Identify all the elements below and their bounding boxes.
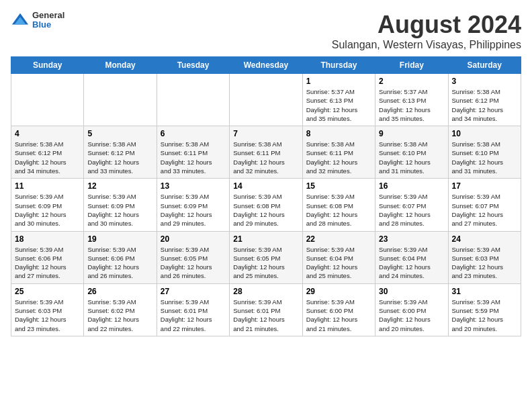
day-info: Sunrise: 5:39 AM Sunset: 6:07 PM Dayligh… bbox=[452, 192, 517, 228]
calendar-cell: 12Sunrise: 5:39 AM Sunset: 6:09 PM Dayli… bbox=[84, 179, 157, 231]
subtitle: Sulangan, Western Visayas, Philippines bbox=[332, 39, 521, 51]
calendar-cell: 20Sunrise: 5:39 AM Sunset: 6:05 PM Dayli… bbox=[157, 231, 229, 283]
day-info: Sunrise: 5:39 AM Sunset: 6:06 PM Dayligh… bbox=[15, 245, 80, 281]
day-number: 29 bbox=[306, 287, 371, 296]
header: General Blue August 2024 Sulangan, Weste… bbox=[11, 11, 521, 51]
calendar-cell: 17Sunrise: 5:39 AM Sunset: 6:07 PM Dayli… bbox=[448, 179, 521, 231]
calendar-cell: 22Sunrise: 5:39 AM Sunset: 6:04 PM Dayli… bbox=[302, 231, 375, 283]
day-info: Sunrise: 5:39 AM Sunset: 6:06 PM Dayligh… bbox=[87, 245, 152, 281]
day-info: Sunrise: 5:39 AM Sunset: 6:00 PM Dayligh… bbox=[306, 298, 371, 333]
day-info: Sunrise: 5:38 AM Sunset: 6:11 PM Dayligh… bbox=[306, 140, 371, 175]
calendar-cell bbox=[84, 74, 157, 126]
day-info: Sunrise: 5:39 AM Sunset: 6:04 PM Dayligh… bbox=[379, 245, 444, 281]
calendar-cell: 15Sunrise: 5:39 AM Sunset: 6:08 PM Dayli… bbox=[302, 179, 375, 231]
day-number: 23 bbox=[379, 234, 444, 244]
calendar-week-2: 4Sunrise: 5:38 AM Sunset: 6:12 PM Daylig… bbox=[11, 126, 521, 179]
day-info: Sunrise: 5:37 AM Sunset: 6:13 PM Dayligh… bbox=[379, 87, 444, 123]
day-info: Sunrise: 5:39 AM Sunset: 6:03 PM Dayligh… bbox=[15, 298, 80, 333]
day-number: 21 bbox=[233, 234, 298, 244]
calendar-cell: 10Sunrise: 5:38 AM Sunset: 6:10 PM Dayli… bbox=[448, 126, 521, 179]
day-number: 20 bbox=[161, 234, 226, 244]
calendar-table: SundayMondayTuesdayWednesdayThursdayFrid… bbox=[11, 56, 521, 336]
day-number: 3 bbox=[452, 77, 517, 86]
calendar-cell: 27Sunrise: 5:39 AM Sunset: 6:01 PM Dayli… bbox=[157, 283, 229, 336]
calendar-cell bbox=[157, 74, 229, 126]
calendar-cell: 31Sunrise: 5:39 AM Sunset: 5:59 PM Dayli… bbox=[448, 283, 521, 336]
day-info: Sunrise: 5:38 AM Sunset: 6:11 PM Dayligh… bbox=[161, 140, 226, 175]
calendar-cell bbox=[230, 74, 302, 126]
calendar-cell: 3Sunrise: 5:38 AM Sunset: 6:12 PM Daylig… bbox=[448, 74, 521, 126]
day-info: Sunrise: 5:38 AM Sunset: 6:11 PM Dayligh… bbox=[233, 140, 298, 175]
calendar-cell: 18Sunrise: 5:39 AM Sunset: 6:06 PM Dayli… bbox=[11, 231, 84, 283]
day-info: Sunrise: 5:38 AM Sunset: 6:12 PM Dayligh… bbox=[452, 87, 517, 123]
day-info: Sunrise: 5:39 AM Sunset: 6:05 PM Dayligh… bbox=[161, 245, 226, 281]
day-number: 27 bbox=[161, 287, 226, 296]
calendar-cell: 25Sunrise: 5:39 AM Sunset: 6:03 PM Dayli… bbox=[11, 283, 84, 336]
day-number: 7 bbox=[233, 129, 298, 138]
calendar-cell: 26Sunrise: 5:39 AM Sunset: 6:02 PM Dayli… bbox=[84, 283, 157, 336]
calendar-cell: 29Sunrise: 5:39 AM Sunset: 6:00 PM Dayli… bbox=[302, 283, 375, 336]
calendar-cell: 19Sunrise: 5:39 AM Sunset: 6:06 PM Dayli… bbox=[84, 231, 157, 283]
calendar-cell: 13Sunrise: 5:39 AM Sunset: 6:09 PM Dayli… bbox=[157, 179, 229, 231]
day-number: 25 bbox=[15, 287, 80, 296]
calendar-cell: 11Sunrise: 5:39 AM Sunset: 6:09 PM Dayli… bbox=[11, 179, 84, 231]
day-number: 5 bbox=[87, 129, 152, 138]
calendar-cell: 5Sunrise: 5:38 AM Sunset: 6:12 PM Daylig… bbox=[84, 126, 157, 179]
day-number: 15 bbox=[306, 181, 371, 191]
day-number: 17 bbox=[452, 181, 517, 191]
day-number: 12 bbox=[87, 181, 152, 191]
logo-icon bbox=[11, 11, 30, 30]
day-info: Sunrise: 5:39 AM Sunset: 6:05 PM Dayligh… bbox=[233, 245, 298, 281]
calendar-week-1: 1Sunrise: 5:37 AM Sunset: 6:13 PM Daylig… bbox=[11, 74, 521, 126]
calendar-cell: 1Sunrise: 5:37 AM Sunset: 6:13 PM Daylig… bbox=[302, 74, 375, 126]
day-number: 22 bbox=[306, 234, 371, 244]
calendar-cell: 6Sunrise: 5:38 AM Sunset: 6:11 PM Daylig… bbox=[157, 126, 229, 179]
calendar-cell: 8Sunrise: 5:38 AM Sunset: 6:11 PM Daylig… bbox=[302, 126, 375, 179]
calendar-cell: 7Sunrise: 5:38 AM Sunset: 6:11 PM Daylig… bbox=[230, 126, 302, 179]
day-number: 8 bbox=[306, 129, 371, 138]
calendar-body: 1Sunrise: 5:37 AM Sunset: 6:13 PM Daylig… bbox=[11, 74, 521, 336]
day-number: 1 bbox=[306, 77, 371, 86]
day-info: Sunrise: 5:38 AM Sunset: 6:10 PM Dayligh… bbox=[452, 140, 517, 175]
day-number: 30 bbox=[379, 287, 444, 296]
day-info: Sunrise: 5:39 AM Sunset: 6:03 PM Dayligh… bbox=[452, 245, 517, 281]
day-info: Sunrise: 5:39 AM Sunset: 5:59 PM Dayligh… bbox=[452, 298, 517, 333]
day-info: Sunrise: 5:39 AM Sunset: 6:01 PM Dayligh… bbox=[233, 298, 298, 333]
day-number: 6 bbox=[161, 129, 226, 138]
calendar-cell: 23Sunrise: 5:39 AM Sunset: 6:04 PM Dayli… bbox=[375, 231, 448, 283]
title-block: August 2024 Sulangan, Western Visayas, P… bbox=[332, 11, 521, 51]
calendar-cell: 21Sunrise: 5:39 AM Sunset: 6:05 PM Dayli… bbox=[230, 231, 302, 283]
day-info: Sunrise: 5:39 AM Sunset: 6:02 PM Dayligh… bbox=[87, 298, 152, 333]
weekday-header-tuesday: Tuesday bbox=[157, 57, 229, 74]
day-number: 11 bbox=[15, 181, 80, 191]
calendar-week-5: 25Sunrise: 5:39 AM Sunset: 6:03 PM Dayli… bbox=[11, 283, 521, 336]
calendar-cell: 9Sunrise: 5:38 AM Sunset: 6:10 PM Daylig… bbox=[375, 126, 448, 179]
weekday-header-saturday: Saturday bbox=[448, 57, 521, 74]
calendar-cell: 24Sunrise: 5:39 AM Sunset: 6:03 PM Dayli… bbox=[448, 231, 521, 283]
calendar-header: SundayMondayTuesdayWednesdayThursdayFrid… bbox=[11, 57, 521, 74]
weekday-header-monday: Monday bbox=[84, 57, 157, 74]
day-number: 13 bbox=[161, 181, 226, 191]
day-info: Sunrise: 5:37 AM Sunset: 6:13 PM Dayligh… bbox=[306, 87, 371, 123]
main-title: August 2024 bbox=[332, 11, 521, 39]
day-number: 28 bbox=[233, 287, 298, 296]
logo-blue-text: Blue bbox=[32, 20, 64, 30]
calendar-cell: 28Sunrise: 5:39 AM Sunset: 6:01 PM Dayli… bbox=[230, 283, 302, 336]
weekday-header-friday: Friday bbox=[375, 57, 448, 74]
day-info: Sunrise: 5:38 AM Sunset: 6:12 PM Dayligh… bbox=[15, 140, 80, 175]
day-number: 18 bbox=[15, 234, 80, 244]
calendar-cell: 2Sunrise: 5:37 AM Sunset: 6:13 PM Daylig… bbox=[375, 74, 448, 126]
day-number: 9 bbox=[379, 129, 444, 138]
day-number: 10 bbox=[452, 129, 517, 138]
day-number: 14 bbox=[233, 181, 298, 191]
weekday-header-wednesday: Wednesday bbox=[230, 57, 302, 74]
day-number: 24 bbox=[452, 234, 517, 244]
calendar-cell: 16Sunrise: 5:39 AM Sunset: 6:07 PM Dayli… bbox=[375, 179, 448, 231]
day-info: Sunrise: 5:39 AM Sunset: 6:00 PM Dayligh… bbox=[379, 298, 444, 333]
day-info: Sunrise: 5:38 AM Sunset: 6:12 PM Dayligh… bbox=[87, 140, 152, 175]
day-info: Sunrise: 5:39 AM Sunset: 6:09 PM Dayligh… bbox=[15, 192, 80, 228]
day-info: Sunrise: 5:38 AM Sunset: 6:10 PM Dayligh… bbox=[379, 140, 444, 175]
calendar-week-4: 18Sunrise: 5:39 AM Sunset: 6:06 PM Dayli… bbox=[11, 231, 521, 283]
day-number: 4 bbox=[15, 129, 80, 138]
weekday-header-sunday: Sunday bbox=[11, 57, 84, 74]
